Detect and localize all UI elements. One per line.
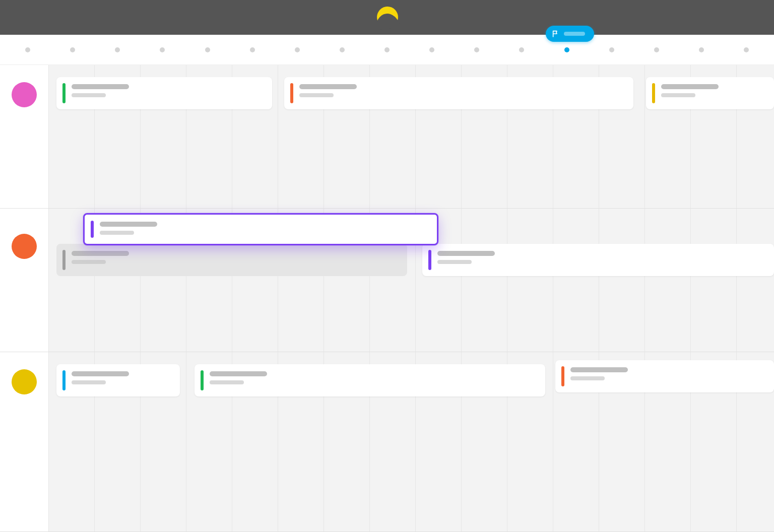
card-subtitle	[299, 93, 334, 97]
nav-dot[interactable]	[205, 47, 210, 52]
event-card[interactable]	[646, 77, 774, 109]
nav-dot[interactable]	[340, 47, 345, 52]
card-subtitle	[72, 93, 106, 97]
nav-dot[interactable]	[564, 47, 569, 52]
card-subtitle	[100, 231, 134, 235]
row-sidebar	[0, 209, 48, 352]
card-color-stripe	[652, 83, 655, 103]
nav-dot[interactable]	[699, 47, 704, 52]
event-card[interactable]	[422, 244, 774, 276]
nav-dot[interactable]	[384, 47, 390, 52]
event-card[interactable]	[56, 364, 180, 396]
nav-dot[interactable]	[609, 47, 614, 52]
card-color-stripe	[561, 366, 564, 386]
event-card-placeholder[interactable]	[56, 244, 407, 276]
nav-dot[interactable]	[474, 47, 479, 52]
nav-dot[interactable]	[115, 47, 120, 52]
flag-icon	[552, 30, 560, 38]
card-color-stripe	[62, 250, 66, 270]
today-label	[564, 32, 585, 36]
card-title	[661, 84, 719, 89]
event-card-dragging[interactable]	[83, 213, 438, 245]
row-avatar[interactable]	[12, 234, 37, 259]
nav-dot[interactable]	[160, 47, 165, 52]
event-card[interactable]	[284, 77, 633, 109]
card-title	[72, 371, 129, 376]
nav-dot[interactable]	[70, 47, 75, 52]
event-card[interactable]	[195, 364, 545, 396]
card-color-stripe	[91, 221, 94, 238]
timeline-row	[0, 65, 774, 209]
app-logo	[376, 7, 398, 29]
card-subtitle	[437, 260, 472, 264]
card-subtitle	[72, 260, 106, 264]
row-avatar[interactable]	[12, 369, 37, 394]
card-subtitle	[72, 380, 106, 384]
nav-dot[interactable]	[429, 47, 434, 52]
card-title	[72, 251, 129, 256]
card-title	[210, 371, 267, 376]
card-title	[72, 84, 129, 89]
app-header	[0, 0, 774, 35]
row-sidebar	[0, 352, 48, 531]
timeline-scrubber[interactable]	[0, 35, 774, 65]
card-color-stripe	[201, 370, 204, 390]
card-subtitle	[570, 376, 605, 380]
event-card[interactable]	[56, 77, 272, 109]
card-subtitle	[210, 380, 244, 384]
nav-dot[interactable]	[519, 47, 524, 52]
timeline-row	[0, 209, 774, 352]
timeline-row	[0, 352, 774, 532]
row-sidebar	[0, 65, 48, 208]
card-color-stripe	[290, 83, 293, 103]
card-color-stripe	[428, 250, 431, 270]
nav-dot[interactable]	[654, 47, 659, 52]
card-subtitle	[661, 93, 695, 97]
nav-dot[interactable]	[25, 47, 30, 52]
today-marker[interactable]	[546, 26, 594, 42]
card-title	[299, 84, 357, 89]
card-title	[437, 251, 495, 256]
event-card[interactable]	[555, 360, 774, 392]
nav-dot[interactable]	[295, 47, 300, 52]
card-title	[570, 367, 628, 372]
row-avatar[interactable]	[12, 82, 37, 107]
nav-dot[interactable]	[744, 47, 749, 52]
timeline	[0, 65, 774, 532]
card-color-stripe	[62, 370, 66, 390]
card-color-stripe	[62, 83, 66, 103]
card-title	[100, 222, 157, 227]
nav-dot[interactable]	[250, 47, 255, 52]
